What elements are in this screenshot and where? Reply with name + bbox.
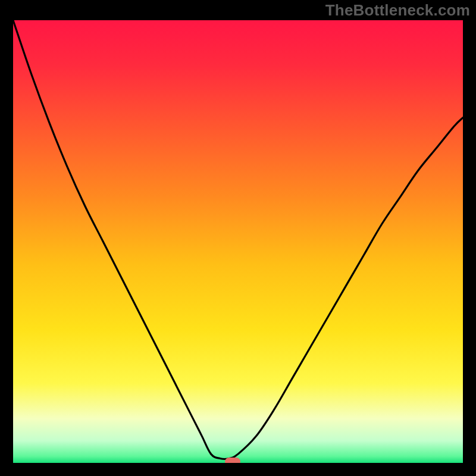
gradient-background bbox=[13, 20, 463, 463]
optimum-marker bbox=[225, 458, 240, 463]
watermark-text: TheBottleneck.com bbox=[325, 1, 470, 20]
plot-area bbox=[13, 20, 463, 463]
bottleneck-chart bbox=[13, 20, 463, 463]
chart-frame: TheBottleneck.com bbox=[0, 0, 476, 476]
